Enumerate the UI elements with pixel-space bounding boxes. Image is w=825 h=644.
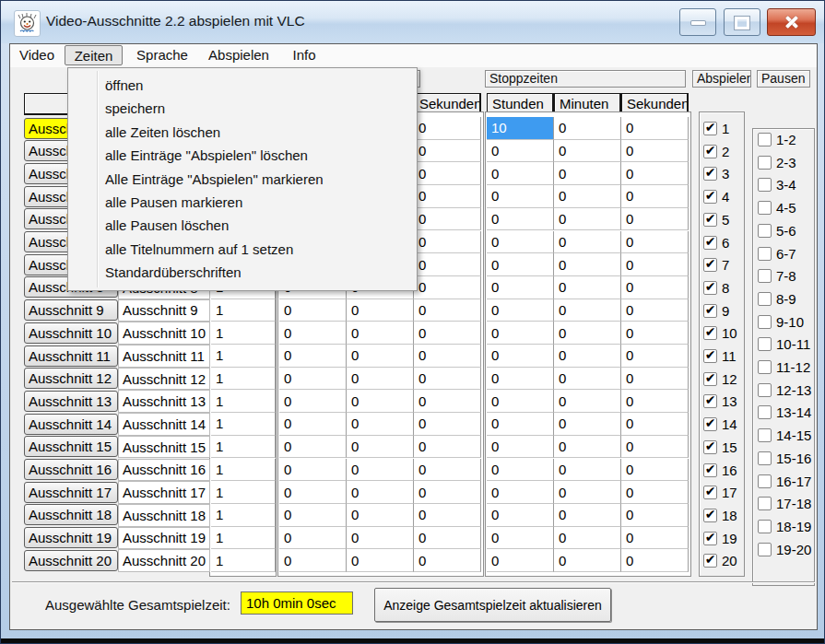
titelnummer-cell[interactable]: 1 [211,549,276,572]
zeiten-menu-item[interactable]: öffnen [68,74,417,97]
start-minuten-cell[interactable]: 0 [347,390,414,413]
stop-minuten-cell[interactable]: 0 [554,117,621,140]
stop-sekunden-cell[interactable]: 0 [621,162,689,185]
pausen-checkbox[interactable] [758,201,772,215]
stop-minuten-cell[interactable]: 0 [554,390,621,413]
close-button[interactable] [767,8,816,36]
start-stunden-cell[interactable]: 0 [279,459,347,482]
stop-sekunden-cell[interactable]: 0 [621,140,689,163]
stop-minuten-cell[interactable]: 0 [554,436,621,459]
start-minuten-cell[interactable]: 0 [347,527,414,550]
start-minuten-cell[interactable]: 0 [347,504,414,527]
stop-sekunden-cell[interactable]: 0 [621,527,689,550]
zeiten-menu-item[interactable]: alle Pausen markieren [68,191,417,214]
abspielen-checkbox[interactable]: ✔ [703,463,717,477]
abspielen-checkbox[interactable]: ✔ [703,394,717,408]
titelnummer-cell[interactable]: 1 [211,390,276,413]
abspielen-checkbox[interactable]: ✔ [703,440,717,454]
start-sekunden-cell[interactable]: 0 [414,140,481,163]
menubar-item-abspielen[interactable]: Abspielen [199,45,278,65]
ausschnitt-button[interactable]: Ausschnitt 20 [24,550,118,571]
pausen-checkbox[interactable] [758,428,772,442]
start-minuten-cell[interactable]: 0 [347,322,414,345]
pausen-checkbox[interactable] [758,178,772,192]
start-stunden-cell[interactable]: 0 [279,368,347,391]
start-stunden-cell[interactable]: 0 [279,504,347,527]
start-stunden-cell[interactable]: 0 [279,549,347,572]
stop-minuten-cell[interactable]: 0 [554,504,621,527]
stop-minuten-cell[interactable]: 0 [554,481,621,504]
name-field[interactable]: Ausschnitt 17 [118,481,210,504]
start-sekunden-cell[interactable]: 0 [414,208,481,231]
ausschnitt-button[interactable]: Ausschnitt 10 [24,322,118,344]
start-sekunden-cell[interactable]: 0 [414,185,481,208]
pausen-checkbox[interactable] [758,315,772,329]
stop-stunden-cell[interactable]: 0 [487,481,554,504]
stop-stunden-cell[interactable]: 0 [487,459,554,482]
start-minuten-cell[interactable]: 0 [347,413,414,436]
titelnummer-cell[interactable]: 1 [211,322,276,345]
pausen-checkbox[interactable] [758,292,772,306]
stop-stunden-cell[interactable]: 0 [487,276,554,299]
pausen-checkbox[interactable] [758,156,772,170]
start-minuten-cell[interactable]: 0 [347,436,414,459]
stop-stunden-cell[interactable]: 0 [487,140,554,163]
pausen-checkbox[interactable] [758,360,772,374]
stop-sekunden-cell[interactable]: 0 [621,481,689,504]
stop-stunden-cell[interactable]: 0 [487,185,554,208]
pausen-checkbox[interactable] [758,543,772,556]
stop-stunden-cell[interactable]: 0 [487,162,554,185]
stop-minuten-cell[interactable]: 0 [554,527,621,550]
abspielen-checkbox[interactable]: ✔ [703,304,717,318]
stop-stunden-cell[interactable]: 0 [487,436,554,459]
menubar-item-info[interactable]: Info [284,45,324,65]
start-stunden-cell[interactable]: 0 [279,527,347,550]
start-sekunden-cell[interactable]: 0 [414,345,481,368]
name-field[interactable]: Ausschnitt 20 [118,549,210,572]
stop-minuten-cell[interactable]: 0 [554,276,621,299]
titelnummer-cell[interactable]: 1 [211,459,276,482]
titelnummer-cell[interactable]: 1 [211,413,276,436]
stop-stunden-cell[interactable]: 0 [487,504,554,527]
abspielen-checkbox[interactable]: ✔ [703,372,717,386]
abspielen-checkbox[interactable]: ✔ [703,417,717,431]
stop-minuten-cell[interactable]: 0 [554,140,621,163]
stop-sekunden-cell[interactable]: 0 [621,208,689,231]
start-sekunden-cell[interactable]: 0 [414,481,481,504]
stop-stunden-cell[interactable]: 0 [487,253,554,276]
stop-stunden-cell[interactable]: 0 [487,413,554,436]
stop-sekunden-cell[interactable]: 0 [621,504,689,527]
abspielen-checkbox[interactable]: ✔ [703,236,717,250]
abspielen-checkbox[interactable]: ✔ [703,122,717,135]
pausen-checkbox[interactable] [758,224,772,238]
stop-stunden-cell[interactable]: 0 [487,231,554,254]
start-sekunden-cell[interactable]: 0 [414,527,481,550]
start-stunden-cell[interactable]: 0 [279,436,347,459]
stop-stunden-cell[interactable]: 0 [487,390,554,413]
name-field[interactable]: Ausschnitt 9 [118,299,210,322]
minimize-button[interactable] [679,8,716,36]
stop-minuten-cell[interactable]: 0 [554,368,621,391]
ausschnitt-button[interactable]: Ausschnitt 13 [24,391,118,412]
name-field[interactable]: Ausschnitt 18 [118,504,210,527]
name-field[interactable]: Ausschnitt 10 [118,322,210,345]
zeiten-menu-item[interactable]: speichern [68,97,417,120]
start-sekunden-cell[interactable]: 0 [414,299,481,322]
menubar-item-zeiten[interactable]: Zeiten [65,45,123,65]
titelnummer-cell[interactable]: 1 [211,504,276,527]
stop-sekunden-cell[interactable]: 0 [621,117,689,140]
abspielen-checkbox[interactable]: ✔ [703,281,717,295]
stop-minuten-cell[interactable]: 0 [554,549,621,572]
stop-sekunden-cell[interactable]: 0 [621,231,689,254]
start-minuten-cell[interactable]: 0 [347,345,414,368]
zeiten-menu-item[interactable]: alle Titelnummern auf 1 setzen [68,238,417,261]
start-minuten-cell[interactable]: 0 [347,299,414,322]
stop-sekunden-cell[interactable]: 0 [621,390,689,413]
name-field[interactable]: Ausschnitt 15 [118,436,210,459]
zeiten-menu-item[interactable]: alle Pausen löschen [68,214,417,237]
stop-minuten-cell[interactable]: 0 [554,162,621,185]
name-field[interactable]: Ausschnitt 13 [118,390,210,413]
name-field[interactable]: Ausschnitt 16 [118,459,210,482]
ausschnitt-button[interactable]: Ausschnitt 16 [24,459,118,480]
ausschnitt-button[interactable]: Ausschnitt 11 [24,345,118,367]
